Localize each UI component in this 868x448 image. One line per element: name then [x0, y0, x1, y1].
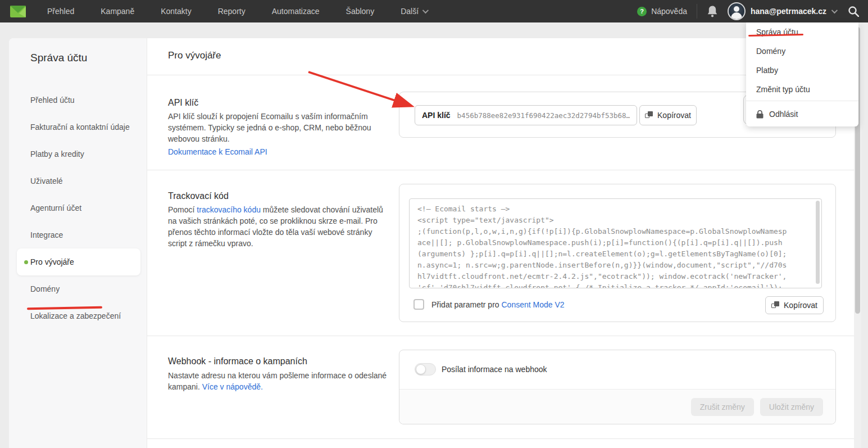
user-menu[interactable]: hana@petrmacek.cz	[728, 2, 836, 20]
copy-tracking-code-button[interactable]: Kopírovat	[765, 296, 824, 314]
sidebar-item-pro-vyvojare[interactable]: Pro vývojáře	[17, 248, 140, 275]
api-docs-link[interactable]: Dokumentace k Ecomail API	[168, 146, 390, 157]
question-icon: ?	[637, 7, 647, 16]
sidebar-item-integrace[interactable]: Integrace	[9, 221, 147, 248]
copy-api-key-button[interactable]: Kopírovat	[639, 105, 697, 125]
help-label: Nápověda	[651, 7, 687, 16]
webhook-toggle[interactable]	[415, 363, 436, 375]
tracking-code-description: Pomocí trackovacího kódu můžete sledovat…	[168, 204, 390, 249]
api-key-heading: API klíč	[168, 98, 198, 108]
consent-mode-label: Přidat parametr pro Consent Mode V2	[431, 300, 565, 309]
user-email: hana@petrmacek.cz	[751, 7, 826, 16]
sidebar-item-domeny[interactable]: Domény	[9, 275, 147, 302]
tracking-code-link[interactable]: trackovacího kódu	[197, 205, 261, 214]
ecomail-logo-icon[interactable]	[10, 6, 26, 17]
nav-reporty[interactable]: Reporty	[218, 7, 246, 16]
settings-sidebar: Správa účtu Přehled účtu Fakturační a ko…	[9, 38, 147, 448]
topbar: Přehled Kampaně Kontakty Reporty Automat…	[0, 0, 868, 22]
divider	[147, 170, 854, 170]
nav-sablony[interactable]: Šablony	[346, 7, 375, 16]
topbar-right: ? Nápověda hana@petrmacek.cz	[637, 2, 868, 20]
copy-icon	[771, 301, 779, 309]
webhook-card: Posílat informace na webhook Zrušit změn…	[399, 350, 836, 424]
divider	[147, 336, 854, 336]
nav-kontakty[interactable]: Kontakty	[161, 7, 191, 16]
sidebar-nav: Přehled účtu Fakturační a kontaktní údaj…	[9, 87, 147, 329]
webhook-footer: Zrušit změny Uložit změny	[399, 389, 835, 424]
sidebar-item-agenturni-ucet[interactable]: Agenturní účet	[9, 194, 147, 221]
account-dropdown: Správa účtu Domény Platby Změnit typ účt…	[746, 22, 858, 126]
menu-item-domeny[interactable]: Domény	[746, 42, 858, 61]
sidebar-title: Správa účtu	[9, 52, 147, 64]
content-card: Správa účtu Přehled účtu Fakturační a ko…	[9, 38, 854, 448]
api-key-field-label: API klíč	[422, 111, 451, 120]
nav-prehled[interactable]: Přehled	[47, 7, 74, 16]
chevron-down-icon	[422, 7, 429, 13]
menu-item-sprava-uctu[interactable]: Správa účtu	[746, 22, 858, 42]
sidebar-item-prehled-uctu[interactable]: Přehled účtu	[9, 87, 147, 114]
divider	[147, 438, 854, 439]
nav-automatizace[interactable]: Automatizace	[272, 7, 320, 16]
tracking-code-snippet[interactable]: <!— Ecomail starts —> <script type="text…	[409, 198, 822, 288]
webhook-heading: Webhook - informace o kampaních	[168, 356, 307, 366]
main-nav: Přehled Kampaně Kontakty Reporty Automat…	[47, 7, 427, 16]
api-key-value: b456b788ee82e931f690422aec32d2794bf53b68…	[457, 111, 630, 120]
menu-item-zmenit-typ-uctu[interactable]: Změnit typ účtu	[746, 80, 858, 99]
search-icon[interactable]	[848, 6, 859, 17]
code-scrollbar-thumb[interactable]	[816, 201, 820, 284]
cancel-changes-button[interactable]: Zrušit změny	[691, 398, 754, 416]
api-key-description: API klíč slouží k propojení Ecomailu s v…	[168, 111, 390, 157]
api-key-field[interactable]: API klíč b456b788ee82e931f690422aec32d27…	[415, 105, 637, 125]
notifications-bell-icon[interactable]	[707, 5, 718, 17]
divider	[746, 101, 858, 101]
webhook-description: Nastavte adresu na kterou vám pošleme in…	[168, 370, 390, 392]
copy-icon	[645, 111, 653, 119]
menu-item-odhlasit[interactable]: Odhlásit	[746, 103, 858, 125]
consent-mode-link[interactable]: Consent Mode V2	[502, 300, 565, 309]
nav-dalsi[interactable]: Další	[401, 7, 427, 16]
active-dot-icon	[24, 260, 28, 264]
tracking-code-heading: Trackovací kód	[168, 191, 229, 201]
nav-kampane[interactable]: Kampaně	[101, 7, 134, 16]
menu-item-platby[interactable]: Platby	[746, 61, 858, 80]
lock-icon	[756, 110, 764, 119]
chevron-down-icon	[831, 7, 838, 13]
consent-mode-checkbox[interactable]	[413, 299, 424, 310]
tracking-code-card: <!— Ecomail starts —> <script type="text…	[399, 184, 836, 322]
webhook-toggle-label: Posílat informace na webhook	[442, 365, 547, 374]
sidebar-item-platby-kredity[interactable]: Platby a kredity	[9, 141, 147, 168]
sidebar-item-fakturacni-udaje[interactable]: Fakturační a kontaktní údaje	[9, 114, 147, 141]
webhook-help-link[interactable]: Více v nápovědě.	[202, 382, 263, 391]
save-changes-button[interactable]: Uložit změny	[760, 398, 823, 416]
help-button[interactable]: ? Nápověda	[637, 7, 687, 16]
avatar	[728, 2, 746, 20]
sidebar-item-uzivatele[interactable]: Uživatelé	[9, 168, 147, 194]
divider	[697, 4, 697, 19]
page-title: Pro vývojáře	[168, 50, 221, 61]
